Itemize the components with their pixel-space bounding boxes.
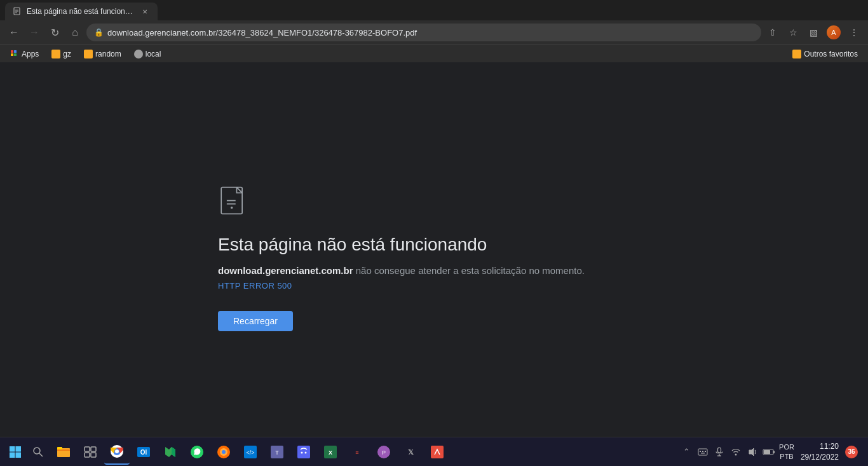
home-button[interactable]: ⌂: [66, 24, 84, 41]
random-label: random: [95, 50, 121, 58]
taskbar-file-explorer[interactable]: [51, 439, 76, 465]
taskbar-task-view[interactable]: [78, 439, 103, 465]
taskbar-outlook[interactable]: Ol: [131, 439, 156, 465]
svg-text:Ol: Ol: [140, 449, 147, 456]
taskbar-search-button[interactable]: [28, 442, 48, 462]
battery-icon[interactable]: [763, 446, 775, 458]
svg-rect-5: [14, 50, 17, 53]
taskbar-whatsapp[interactable]: [184, 439, 210, 465]
svg-text:≡: ≡: [355, 449, 358, 456]
svg-rect-57: [718, 448, 721, 453]
forward-button[interactable]: →: [25, 24, 43, 41]
taskbar-vscode[interactable]: </>: [238, 439, 263, 465]
taskbar-teams[interactable]: T: [264, 439, 290, 465]
lock-icon: 🔒: [94, 28, 104, 37]
wifi-icon[interactable]: [729, 446, 742, 458]
svg-rect-4: [11, 50, 13, 53]
error-title: Esta página não está funcionando: [218, 235, 487, 255]
taskbar-maps[interactable]: [158, 439, 183, 465]
folder-gz-icon: [51, 50, 60, 58]
svg-rect-56: [701, 453, 705, 454]
clock-date: 29/12/2022: [801, 452, 839, 463]
svg-text:</>: </>: [246, 449, 254, 456]
keyboard-icon[interactable]: [696, 446, 709, 458]
tab-title: Esta página não está funcionando: [27, 7, 136, 16]
volume-icon[interactable]: [746, 446, 759, 458]
error-container: Esta página não está funcionando downloa…: [218, 186, 599, 331]
svg-point-42: [305, 451, 307, 453]
bookmark-random[interactable]: random: [79, 47, 126, 61]
svg-rect-15: [16, 452, 22, 458]
svg-rect-22: [85, 453, 90, 457]
page-content: Esta página não está funcionando downloa…: [0, 62, 868, 455]
svg-rect-23: [91, 453, 96, 457]
error-site-name: download.gerencianet.com.br: [218, 265, 353, 276]
svg-point-60: [735, 453, 737, 455]
clock-time: 11:20: [801, 441, 839, 452]
error-message: download.gerencianet.com.br não consegue…: [218, 265, 585, 276]
tab-bar: Esta página não está funcionando ✕: [0, 0, 868, 20]
svg-rect-54: [702, 451, 703, 452]
svg-text:T: T: [275, 449, 279, 456]
svg-rect-19: [57, 447, 62, 449]
menu-button[interactable]: ⋮: [845, 24, 863, 41]
bookmark-outros-favoritos[interactable]: Outros favoritos: [787, 47, 863, 61]
notification-badge[interactable]: 36: [845, 446, 858, 458]
region-code: PTB: [779, 452, 794, 461]
error-message-rest: não consegue atender a esta solicitação …: [353, 265, 585, 276]
taskbar-chrome[interactable]: [104, 439, 130, 465]
share-button[interactable]: ⇧: [764, 24, 782, 41]
system-clock[interactable]: 11:20 29/12/2022: [798, 441, 841, 463]
svg-point-35: [222, 450, 226, 454]
svg-rect-63: [773, 451, 775, 453]
taskbar-app-unknown1[interactable]: ≡: [344, 439, 370, 465]
start-button[interactable]: [5, 442, 25, 462]
taskbar-tray: ⌃: [675, 441, 863, 463]
back-button[interactable]: ←: [5, 24, 23, 41]
local-label: local: [146, 50, 161, 58]
http-error-code: HTTP ERROR 500: [218, 281, 292, 291]
outros-label: Outros favoritos: [804, 50, 858, 58]
reload-page-button[interactable]: Recarregar: [218, 311, 293, 331]
error-document-icon: [218, 186, 251, 219]
svg-rect-40: [297, 446, 310, 458]
taskbar-excel[interactable]: X: [318, 439, 343, 465]
toolbar: ← → ↻ ⌂ 🔒 download.gerencianet.com.br/32…: [0, 20, 868, 45]
mic-icon[interactable]: [713, 446, 726, 458]
show-hidden-icons-button[interactable]: ⌃: [680, 446, 693, 458]
taskbar-firefox[interactable]: [211, 439, 236, 465]
svg-text:P: P: [382, 449, 386, 456]
url-text: download.gerencianet.com.br/326478_38624…: [107, 28, 754, 38]
taskbar-app-unknown2[interactable]: P: [371, 439, 397, 465]
browser-tab[interactable]: Esta página não está funcionando ✕: [5, 3, 158, 20]
taskbar-app-paint[interactable]: [424, 439, 450, 465]
language-code: POR: [779, 442, 794, 451]
svg-text:𝕏: 𝕏: [408, 448, 414, 456]
browser-chrome: Esta página não está funcionando ✕ ← → ↻…: [0, 0, 868, 45]
taskbar-discord[interactable]: [291, 439, 316, 465]
local-icon: [134, 50, 143, 58]
taskbar-app-x[interactable]: 𝕏: [398, 439, 423, 465]
toolbar-actions: ⇧ ☆ ▧ A ⋮: [764, 24, 863, 41]
extensions-button[interactable]: ▧: [804, 24, 822, 41]
language-display[interactable]: POR PTB: [779, 442, 794, 461]
tab-close-button[interactable]: ✕: [140, 6, 150, 17]
bookmark-gz[interactable]: gz: [46, 47, 76, 61]
svg-line-17: [39, 453, 43, 456]
reload-button[interactable]: ↻: [46, 24, 64, 41]
folder-random-icon: [84, 50, 93, 58]
address-bar[interactable]: 🔒 download.gerencianet.com.br/326478_386…: [86, 24, 761, 41]
profile-button[interactable]: A: [825, 24, 843, 41]
svg-point-27: [115, 449, 119, 453]
svg-rect-20: [85, 447, 90, 451]
taskbar-apps: Ol: [51, 439, 450, 465]
bookmark-local[interactable]: local: [129, 47, 166, 61]
bookmarks-bar: Apps gz random local Outros favoritos: [0, 45, 868, 62]
svg-rect-21: [91, 447, 96, 451]
apps-grid-icon: [10, 50, 19, 58]
svg-rect-64: [764, 450, 770, 454]
svg-rect-53: [700, 451, 701, 452]
bookmark-apps[interactable]: Apps: [5, 47, 44, 61]
svg-rect-7: [14, 53, 17, 56]
bookmark-button[interactable]: ☆: [784, 24, 802, 41]
